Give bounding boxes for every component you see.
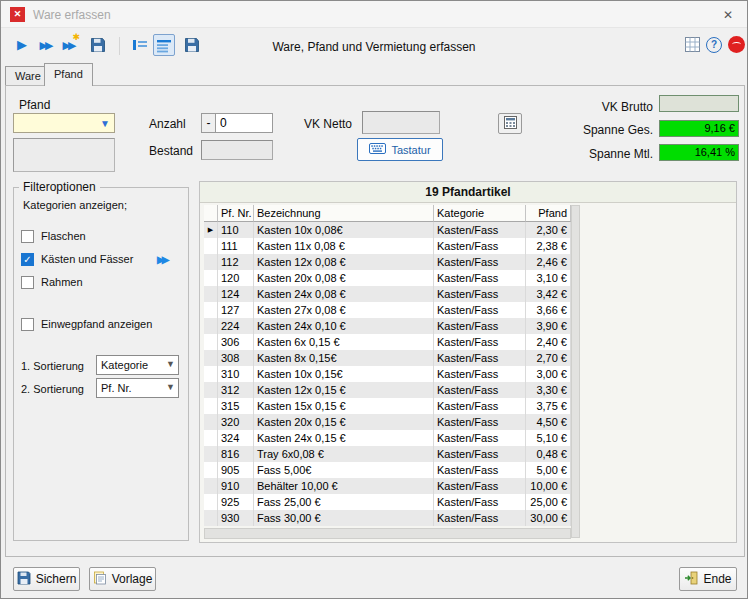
row-selector [204, 510, 218, 526]
bestand-field [201, 140, 273, 160]
cell-bezeichnung: Tray 6x0,08 € [254, 446, 434, 462]
checkbox-row-kaesten-und-faesser[interactable]: ✓Kästen und Fässer▶▶ [21, 252, 181, 275]
cell-bezeichnung: Kasten 15x 0,15 € [254, 398, 434, 414]
table-row[interactable]: 127Kasten 27x 0,08 €Kasten/Fass3,66 € [204, 302, 571, 318]
table-row[interactable]: 910Behälter 10,00 €Kasten/Fass10,00 € [204, 478, 571, 494]
row-selector [204, 286, 218, 302]
flaschen-label: Flaschen [41, 230, 86, 242]
table-row[interactable]: 905Fass 5,00€Kasten/Fass5,00 € [204, 462, 571, 478]
cell-pfand: 5,00 € [526, 462, 571, 478]
ende-button[interactable]: Ende [679, 567, 737, 591]
table-row[interactable]: 320Kasten 20x 0,15 €Kasten/Fass4,50 € [204, 414, 571, 430]
sort2-select[interactable]: Pf. Nr. ▼ [96, 378, 179, 398]
sichern-button[interactable]: Sichern [13, 567, 80, 591]
cell-pfnr: 816 [218, 446, 254, 462]
table-row[interactable]: 816Tray 6x0,08 €Kasten/Fass0,48 € [204, 446, 571, 462]
table-row[interactable]: 112Kasten 12x 0,08 €Kasten/Fass2,46 € [204, 254, 571, 270]
execute-button[interactable]: ▶ [11, 34, 33, 56]
cell-pfand: 10,00 € [526, 478, 571, 494]
table-row[interactable]: ▶110Kasten 10x 0,08€Kasten/Fass2,30 € [204, 222, 571, 238]
calculator-button[interactable] [498, 113, 522, 134]
table-row[interactable]: 312Kasten 12x 0,15 €Kasten/Fass3,30 € [204, 382, 571, 398]
spanne-mtl-field: 16,41 % [659, 144, 739, 161]
grid-icon [685, 38, 700, 55]
cell-pfand: 3,00 € [526, 366, 571, 382]
checkbox-row-flaschen[interactable]: Flaschen [21, 229, 181, 252]
checkbox-row-einwegpfand[interactable]: Einwegpfand anzeigen [21, 317, 181, 333]
vk-netto-label: VK Netto [304, 117, 352, 131]
table-row[interactable]: 111Kasten 11x 0,08 €Kasten/Fass2,38 € [204, 238, 571, 254]
header-pfand[interactable]: Pfand [526, 205, 571, 222]
cell-pfnr: 127 [218, 302, 254, 318]
category-forward-icon[interactable]: ▶▶ [157, 254, 166, 265]
vertical-scrollbar[interactable] [571, 205, 580, 538]
vk-netto-field[interactable] [362, 111, 440, 134]
cell-pfand: 30,00 € [526, 510, 571, 526]
chevron-down-icon: ▼ [166, 382, 175, 392]
list-view-icon [156, 40, 172, 57]
help-button[interactable]: ? [703, 34, 725, 56]
save-view-button[interactable] [181, 34, 203, 56]
row-selector [204, 414, 218, 430]
flaschen-checkbox[interactable] [21, 230, 34, 243]
sichern-button-label: Sichern [36, 572, 77, 586]
header-pfnr[interactable]: Pf. Nr. [218, 205, 254, 222]
cell-pfnr: 306 [218, 334, 254, 350]
minus-stepper[interactable]: - [201, 113, 216, 133]
spanne-ges-label: Spanne Ges. [561, 123, 653, 137]
table-row[interactable]: 306Kasten 6x 0,15 €Kasten/Fass2,40 € [204, 334, 571, 350]
pfand-combobox[interactable]: ▼ [13, 113, 115, 133]
cell-kategorie: Kasten/Fass [434, 414, 526, 430]
vorlage-button[interactable]: Vorlage [89, 567, 156, 591]
floppy-disk-icon [184, 39, 200, 56]
cell-kategorie: Kasten/Fass [434, 510, 526, 526]
cell-pfand: 5,10 € [526, 430, 571, 446]
einwegpfand-checkbox[interactable] [21, 318, 34, 331]
kaesten-und-faesser-checkbox[interactable]: ✓ [21, 253, 34, 266]
table-row[interactable]: 324Kasten 24x 0,15 €Kasten/Fass5,10 € [204, 430, 571, 446]
header-bezeichnung[interactable]: Bezeichnung [254, 205, 434, 222]
einwegpfand-label: Einwegpfand anzeigen [41, 318, 152, 330]
view-list-button[interactable] [153, 34, 175, 56]
cell-pfand: 2,30 € [526, 222, 571, 238]
table-row[interactable]: 930Fass 30,00 €Kasten/Fass30,00 € [204, 510, 571, 526]
cell-pfnr: 310 [218, 366, 254, 382]
cell-bezeichnung: Kasten 11x 0,08 € [254, 238, 434, 254]
calculator-icon [504, 115, 517, 133]
cell-pfand: 3,75 € [526, 398, 571, 414]
table-row[interactable]: 308Kasten 8x 0,15€Kasten/Fass2,70 € [204, 350, 571, 366]
sort2-label: 2. Sortierung [21, 383, 84, 395]
sort1-select[interactable]: Kategorie ▼ [96, 355, 179, 375]
table-row[interactable]: 310Kasten 10x 0,15€Kasten/Fass3,00 € [204, 366, 571, 382]
compact-view-icon [132, 39, 148, 56]
row-selector [204, 318, 218, 334]
view-compact-button[interactable] [129, 34, 151, 56]
row-selector [204, 382, 218, 398]
cell-pfnr: 112 [218, 254, 254, 270]
table-row[interactable]: 124Kasten 24x 0,08 €Kasten/Fass3,42 € [204, 286, 571, 302]
cell-kategorie: Kasten/Fass [434, 270, 526, 286]
table-row[interactable]: 925Fass 25,00 €Kasten/Fass25,00 € [204, 494, 571, 510]
header-kategorie[interactable]: Kategorie [434, 205, 526, 222]
new-record-button[interactable]: ▶▶ ✱ [57, 34, 79, 56]
cell-kategorie: Kasten/Fass [434, 286, 526, 302]
help-icon: ? [706, 37, 722, 53]
rahmen-checkbox[interactable] [21, 276, 34, 289]
horizontal-scrollbar[interactable] [204, 528, 571, 539]
toolbar-separator [119, 37, 120, 55]
cell-pfnr: 124 [218, 286, 254, 302]
anzahl-input[interactable] [215, 113, 273, 133]
cell-pfnr: 120 [218, 270, 254, 286]
cell-bezeichnung: Behälter 10,00 € [254, 478, 434, 494]
tastatur-button[interactable]: Tastatur [357, 138, 443, 161]
tab-pfand[interactable]: Pfand [44, 63, 93, 86]
grid-tool-button[interactable] [681, 34, 703, 56]
cell-kategorie: Kasten/Fass [434, 366, 526, 382]
table-row[interactable]: 224Kasten 24x 0,10 €Kasten/Fass3,90 € [204, 318, 571, 334]
save-toolbar-button[interactable] [87, 34, 109, 56]
fast-forward-button[interactable]: ▶▶ [34, 34, 56, 56]
table-row[interactable]: 120Kasten 20x 0,08 €Kasten/Fass3,10 € [204, 270, 571, 286]
close-button[interactable]: ✕ [719, 6, 737, 24]
checkbox-row-rahmen[interactable]: Rahmen [21, 275, 181, 298]
table-row[interactable]: 315Kasten 15x 0,15 €Kasten/Fass3,75 € [204, 398, 571, 414]
